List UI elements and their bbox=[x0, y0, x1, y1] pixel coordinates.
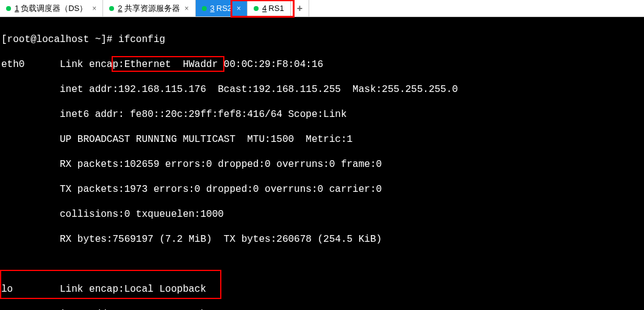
tab-label: RS2 bbox=[216, 4, 232, 13]
tab-rs2[interactable]: 3 RS2 × bbox=[196, 0, 248, 16]
terminal-line: RX bytes:7569197 (7.2 MiB) TX bytes:2606… bbox=[1, 233, 643, 246]
tab-ds[interactable]: 1 负载调度器（DS） × bbox=[0, 0, 103, 16]
terminal-output[interactable]: [root@localhost ~]# ifconfig eth0 Link e… bbox=[0, 17, 644, 310]
tab-label: RS1 bbox=[268, 4, 284, 13]
terminal-line: eth0 Link encap:Ethernet HWaddr 00:0C:29… bbox=[1, 58, 643, 71]
terminal-line: RX packets:102659 errors:0 dropped:0 ove… bbox=[1, 158, 643, 171]
terminal-prompt: [root@localhost ~]# ifconfig bbox=[1, 33, 643, 46]
tab-number: 4 bbox=[262, 4, 267, 13]
terminal-blank bbox=[1, 258, 643, 271]
terminal-line: inet6 addr: fe80::20c:29ff:fef8:416/64 S… bbox=[1, 108, 643, 121]
terminal-line: inet addr:127.0.0.1 Mask:255.0.0.0 bbox=[1, 308, 643, 311]
tab-number: 3 bbox=[210, 4, 215, 13]
tab-number: 2 bbox=[118, 4, 122, 13]
close-icon[interactable]: × bbox=[185, 4, 189, 13]
close-icon[interactable]: × bbox=[92, 4, 96, 13]
terminal-line: inet addr:192.168.115.176 Bcast:192.168.… bbox=[1, 83, 643, 96]
tab-number: 1 bbox=[15, 4, 19, 13]
status-dot-icon bbox=[109, 6, 114, 11]
terminal-line: lo Link encap:Local Loopback bbox=[1, 283, 643, 296]
terminal-line: TX packets:1973 errors:0 dropped:0 overr… bbox=[1, 183, 643, 196]
terminal-line: collisions:0 txqueuelen:1000 bbox=[1, 208, 643, 221]
tab-label: 共享资源服务器 bbox=[124, 3, 180, 14]
status-dot-icon bbox=[254, 6, 259, 11]
status-dot-icon bbox=[202, 6, 207, 11]
tab-shared-resource[interactable]: 2 共享资源服务器 × bbox=[103, 0, 195, 16]
terminal-line: UP BROADCAST RUNNING MULTICAST MTU:1500 … bbox=[1, 133, 643, 146]
add-tab-button[interactable]: + bbox=[291, 0, 309, 16]
tab-bar: 1 负载调度器（DS） × 2 共享资源服务器 × 3 RS2 × 4 RS1 … bbox=[0, 0, 644, 17]
tab-label: 负载调度器（DS） bbox=[21, 3, 87, 14]
tab-rs1[interactable]: 4 RS1 bbox=[248, 0, 291, 16]
status-dot-icon bbox=[6, 6, 11, 11]
close-icon[interactable]: × bbox=[237, 4, 241, 13]
